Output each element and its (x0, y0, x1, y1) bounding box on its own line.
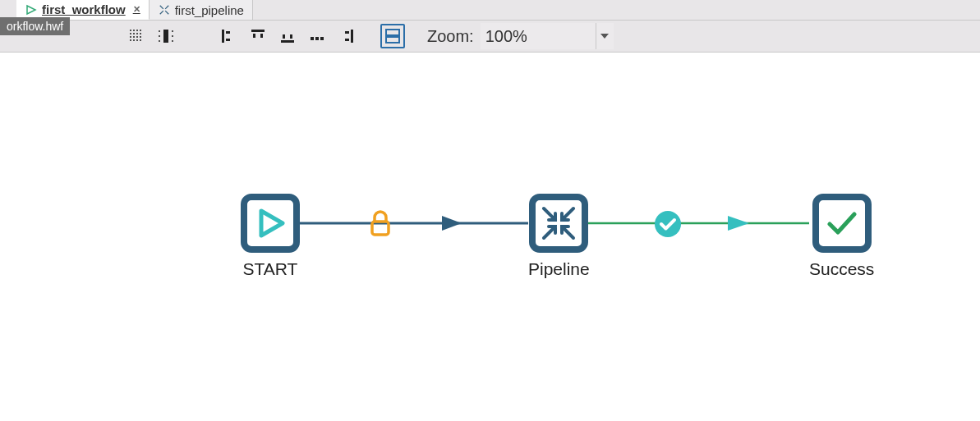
lock-icon[interactable] (368, 210, 393, 241)
svg-point-10 (136, 33, 138, 34)
tab-first-pipeline[interactable]: first_pipeline (150, 0, 253, 20)
node-label: Pipeline (528, 259, 590, 279)
svg-point-15 (140, 36, 141, 38)
distribute-icon[interactable] (305, 24, 329, 48)
svg-line-1 (165, 6, 168, 9)
svg-rect-27 (222, 30, 224, 43)
close-icon[interactable]: ✕ (133, 4, 140, 15)
zoom-value[interactable]: 100% (481, 23, 596, 49)
svg-point-12 (130, 36, 131, 38)
snap-icon[interactable] (154, 24, 178, 48)
arrow-icon (25, 3, 38, 16)
svg-line-0 (159, 6, 163, 9)
tab-label: first_pipeline (175, 3, 244, 17)
svg-point-11 (140, 33, 141, 34)
node-success[interactable]: Success (809, 194, 874, 279)
play-icon (253, 206, 288, 240)
grid-icon[interactable] (124, 24, 149, 48)
chevron-down-icon (600, 34, 609, 39)
svg-point-24 (172, 30, 173, 32)
svg-rect-33 (283, 34, 285, 39)
check-badge-icon[interactable] (654, 210, 682, 241)
svg-rect-41 (351, 30, 353, 43)
tab-label: first_workflow (42, 2, 126, 16)
svg-rect-35 (281, 40, 294, 43)
node-box (812, 194, 872, 253)
svg-point-23 (159, 40, 160, 42)
svg-point-5 (133, 30, 135, 31)
svg-rect-44 (372, 222, 389, 235)
node-pipeline[interactable]: Pipeline (528, 194, 590, 279)
svg-point-22 (159, 35, 160, 37)
checkmark-icon (823, 204, 861, 242)
layout-icon[interactable] (380, 24, 405, 48)
svg-point-19 (140, 39, 141, 41)
svg-point-17 (133, 39, 135, 41)
svg-point-4 (130, 30, 131, 31)
node-start[interactable]: START (241, 194, 300, 279)
tab-bar: first_workflow ✕ first_pipeline (0, 0, 980, 20)
svg-rect-30 (251, 30, 265, 32)
svg-point-16 (130, 39, 131, 41)
toolbar: Zoom: 100% (0, 20, 980, 53)
svg-point-45 (655, 211, 681, 237)
node-label: Success (809, 259, 874, 279)
zoom-label: Zoom: (421, 27, 481, 46)
svg-point-7 (140, 30, 141, 31)
svg-point-9 (133, 33, 135, 34)
svg-point-6 (136, 30, 138, 31)
svg-rect-20 (163, 30, 168, 43)
svg-rect-31 (253, 34, 255, 38)
svg-rect-37 (315, 37, 319, 40)
svg-point-8 (130, 33, 131, 34)
svg-rect-36 (311, 37, 314, 40)
node-box (241, 194, 300, 253)
svg-rect-32 (260, 34, 263, 38)
svg-rect-40 (345, 39, 349, 41)
filename-chip: orkflow.hwf (0, 17, 70, 35)
svg-point-21 (159, 30, 160, 32)
collapse-arrows-icon (541, 205, 577, 241)
align-top-icon[interactable] (246, 24, 270, 48)
svg-line-2 (159, 11, 163, 14)
svg-rect-29 (226, 39, 230, 41)
align-bottom-icon[interactable] (275, 24, 300, 48)
svg-point-18 (136, 39, 138, 41)
svg-rect-34 (290, 34, 292, 39)
svg-line-3 (165, 11, 168, 14)
svg-rect-38 (320, 37, 324, 40)
svg-point-26 (172, 40, 173, 42)
zoom-dropdown-button[interactable] (596, 23, 614, 49)
svg-rect-43 (386, 37, 399, 43)
align-left-icon[interactable] (216, 24, 241, 48)
svg-point-13 (133, 36, 135, 38)
svg-rect-39 (345, 31, 349, 34)
svg-point-14 (136, 36, 138, 38)
pipeline-icon (158, 3, 171, 16)
svg-point-25 (172, 35, 173, 37)
node-label: START (243, 259, 298, 279)
node-box (529, 194, 588, 253)
align-right-icon[interactable] (334, 24, 359, 48)
svg-rect-42 (386, 30, 399, 35)
svg-rect-28 (226, 31, 230, 34)
workflow-canvas[interactable]: START Pipeline Success (0, 53, 980, 421)
